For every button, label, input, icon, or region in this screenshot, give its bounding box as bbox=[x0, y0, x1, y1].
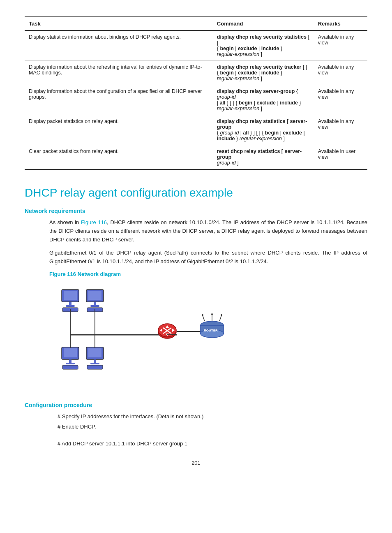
commands-table: Task Command Remarks Display statistics … bbox=[25, 16, 367, 170]
computer-icon-4 bbox=[86, 347, 104, 369]
task-cell: Display packet statistics on relay agent… bbox=[25, 115, 213, 145]
router-icon: ROUTER bbox=[201, 313, 224, 338]
svg-rect-12 bbox=[69, 359, 71, 363]
table-row: Display information about the refreshing… bbox=[25, 61, 367, 85]
svg-point-33 bbox=[202, 314, 203, 316]
config-line-3: # Add DHCP server 10.1.1.1 into DHCP ser… bbox=[58, 440, 367, 448]
svg-text:ROUTER: ROUTER bbox=[204, 329, 218, 332]
command-cell: display dhcp relay server-group { group-… bbox=[213, 85, 314, 115]
network-req-text2: GigabitEthernet 0/1 of the DHCP relay ag… bbox=[49, 249, 367, 266]
network-req-text1: As shown in Figure 116, DHCP clients res… bbox=[49, 218, 367, 244]
svg-point-37 bbox=[221, 314, 222, 316]
table-row: Clear packet statistics from relay agent… bbox=[25, 145, 367, 170]
remarks-cell: Available in any view bbox=[314, 30, 367, 61]
svg-rect-17 bbox=[94, 359, 96, 363]
network-req-heading: Network requirements bbox=[25, 208, 367, 214]
svg-rect-14 bbox=[62, 365, 78, 369]
svg-rect-11 bbox=[64, 348, 77, 357]
command-cell: display dhcp relay security statistics [… bbox=[213, 30, 314, 61]
svg-rect-7 bbox=[94, 302, 96, 305]
svg-rect-13 bbox=[66, 363, 75, 364]
command-cell: display dhcp relay statistics [ server-g… bbox=[213, 115, 314, 145]
config-heading: Configuration procedure bbox=[25, 402, 367, 408]
svg-line-36 bbox=[219, 315, 221, 321]
computer-icon-3 bbox=[62, 347, 79, 369]
svg-rect-8 bbox=[90, 305, 99, 307]
config-line-2: # Enable DHCP. bbox=[58, 423, 367, 431]
svg-rect-6 bbox=[88, 291, 101, 300]
remarks-cell: Available in any view bbox=[314, 61, 367, 85]
figure-link[interactable]: Figure 116 bbox=[81, 219, 107, 225]
col-remarks: Remarks bbox=[314, 17, 367, 30]
section-title: DHCP relay agent configuration example bbox=[25, 186, 367, 199]
svg-rect-1 bbox=[64, 291, 77, 300]
command-cell: display dhcp relay security tracker [ | … bbox=[213, 61, 314, 85]
remarks-cell: Available in any view bbox=[314, 85, 367, 115]
table-row: Display information about the configurat… bbox=[25, 85, 367, 115]
svg-rect-3 bbox=[66, 305, 75, 307]
task-cell: Clear packet statistics from relay agent… bbox=[25, 145, 213, 170]
svg-line-32 bbox=[203, 315, 205, 321]
svg-rect-19 bbox=[87, 365, 103, 369]
svg-rect-18 bbox=[90, 363, 99, 364]
network-diagram: ROUTER bbox=[49, 281, 367, 389]
svg-rect-2 bbox=[69, 302, 71, 305]
task-cell: Display statistics information about bin… bbox=[25, 30, 213, 61]
svg-rect-16 bbox=[88, 348, 101, 357]
table-row: Display packet statistics on relay agent… bbox=[25, 115, 367, 145]
task-cell: Display information about the configurat… bbox=[25, 85, 213, 115]
computer-icon-1 bbox=[62, 290, 79, 312]
config-line-1: # Specify IP addresses for the interface… bbox=[58, 412, 367, 421]
svg-point-35 bbox=[211, 313, 213, 315]
table-row: Display statistics information about bin… bbox=[25, 30, 367, 61]
page-number: 201 bbox=[25, 460, 367, 466]
command-cell: reset dhcp relay statistics [ server-gro… bbox=[213, 145, 314, 170]
col-task: Task bbox=[25, 17, 213, 30]
col-command: Command bbox=[213, 17, 314, 30]
task-cell: Display information about the refreshing… bbox=[25, 61, 213, 85]
computer-icon-2 bbox=[86, 290, 104, 312]
remarks-cell: Available in user view bbox=[314, 145, 367, 170]
diagram-svg: ROUTER bbox=[49, 281, 255, 388]
secpath-device bbox=[158, 324, 176, 338]
figure-title: Figure 116 Network diagram bbox=[49, 271, 367, 277]
remarks-cell: Available in any view bbox=[314, 115, 367, 145]
